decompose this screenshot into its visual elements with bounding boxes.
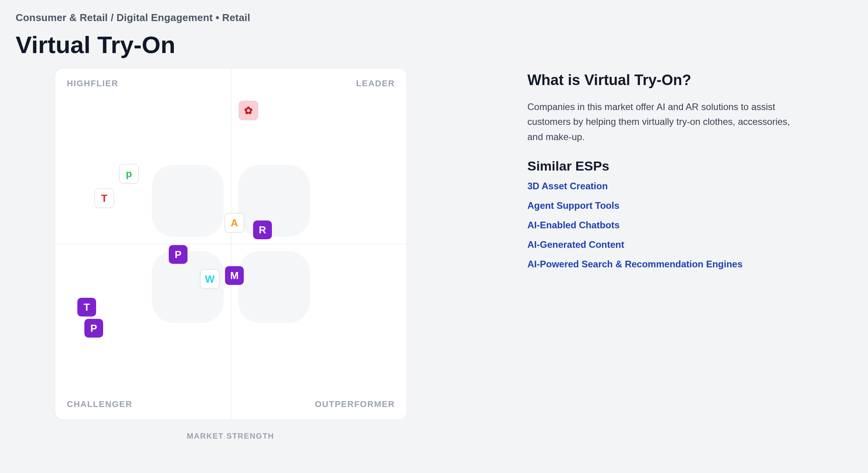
quadrant-label-leader: LEADER <box>356 78 395 89</box>
chart-point-r[interactable]: R <box>253 220 272 239</box>
chart-point-icon: A <box>225 213 244 233</box>
similar-esps-list: 3D Asset CreationAgent Support ToolsAI-E… <box>527 181 797 270</box>
page-title: Virtual Try-On <box>16 31 852 59</box>
sidebar: What is Virtual Try-On? Companies in thi… <box>527 68 797 441</box>
svg-rect-0 <box>152 165 224 237</box>
chart-point-p1[interactable]: P <box>169 245 188 264</box>
chart-point-t2[interactable]: T <box>77 298 96 317</box>
chart-point-youcam[interactable]: ✿ <box>239 101 258 120</box>
chart-point-icon: ✿ <box>239 101 258 120</box>
chart-point-p-green[interactable]: p <box>119 164 139 183</box>
chart-point-a-logo[interactable]: A <box>225 213 244 233</box>
chart-point-t-red[interactable]: T <box>95 188 114 208</box>
breadcrumb: Consumer & Retail / Digital Engagement •… <box>16 12 852 24</box>
svg-rect-3 <box>238 251 310 323</box>
similar-esp-link[interactable]: AI-Generated Content <box>527 239 624 250</box>
svg-rect-1 <box>238 165 310 237</box>
similar-esp-link[interactable]: AI-Enabled Chatbots <box>527 220 620 230</box>
similar-esp-link[interactable]: AI-Powered Search & Recommendation Engin… <box>527 259 743 269</box>
chart-point-icon: W <box>200 269 220 289</box>
watermark-icon <box>55 68 407 420</box>
chart-point-icon: R <box>253 220 272 239</box>
chart-point-p2[interactable]: P <box>84 319 103 338</box>
chart-point-m[interactable]: M <box>225 266 244 285</box>
quadrant-chart: EXECUTION STRENGTH HIGHFLIER LEADER CHAL… <box>16 68 484 441</box>
chart-point-w[interactable]: W <box>200 269 220 289</box>
quadrant-label-outperformer: OUTPERFORMER <box>315 399 395 409</box>
similar-esp-link[interactable]: Agent Support Tools <box>527 200 620 211</box>
chart-point-icon: P <box>169 245 188 264</box>
chart-point-icon: p <box>119 164 139 183</box>
similar-esps-heading: Similar ESPs <box>527 158 797 174</box>
x-axis-label: MARKET STRENGTH <box>55 432 406 441</box>
chart-point-icon: M <box>225 266 244 285</box>
similar-esp-link[interactable]: 3D Asset Creation <box>527 181 608 191</box>
chart-point-icon: P <box>84 319 103 338</box>
chart-point-icon: T <box>95 188 114 208</box>
sidebar-description: Companies in this market offer AI and AR… <box>527 100 797 144</box>
sidebar-heading: What is Virtual Try-On? <box>527 72 797 89</box>
quadrant-label-challenger: CHALLENGER <box>67 399 132 409</box>
quadrant-label-highflier: HIGHFLIER <box>67 78 118 89</box>
chart-point-icon: T <box>77 298 96 317</box>
